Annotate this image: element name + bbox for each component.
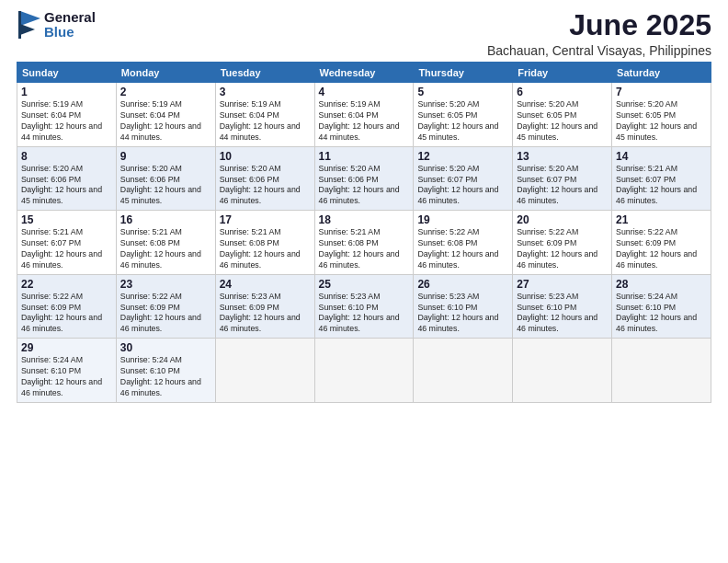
day-info: Sunrise: 5:20 AMSunset: 6:07 PMDaylight:…: [417, 164, 508, 208]
day-info: Sunrise: 5:19 AMSunset: 6:04 PMDaylight:…: [120, 99, 211, 144]
day-info: Sunrise: 5:19 AMSunset: 6:04 PMDaylight:…: [319, 99, 410, 144]
header-sunday: Sunday: [17, 63, 117, 83]
logo: General Blue: [17, 9, 96, 40]
day-info: Sunrise: 5:20 AMSunset: 6:05 PMDaylight:…: [517, 99, 608, 144]
table-row: 1Sunrise: 5:19 AMSunset: 6:04 PMDaylight…: [17, 83, 117, 147]
table-row: 22Sunrise: 5:22 AMSunset: 6:09 PMDayligh…: [17, 274, 117, 339]
day-info: Sunrise: 5:21 AMSunset: 6:08 PMDaylight:…: [120, 227, 211, 271]
day-number: 1: [21, 86, 112, 98]
table-row: 26Sunrise: 5:23 AMSunset: 6:10 PMDayligh…: [414, 274, 513, 339]
day-info: Sunrise: 5:20 AMSunset: 6:07 PMDaylight:…: [517, 164, 608, 208]
table-row: [314, 339, 414, 403]
table-row: 17Sunrise: 5:21 AMSunset: 6:08 PMDayligh…: [215, 211, 314, 275]
day-info: Sunrise: 5:19 AMSunset: 6:04 PMDaylight:…: [220, 99, 311, 144]
day-number: 26: [417, 278, 508, 291]
day-info: Sunrise: 5:22 AMSunset: 6:09 PMDaylight:…: [21, 292, 112, 336]
day-number: 30: [120, 341, 211, 354]
calendar-week-row: 29Sunrise: 5:24 AMSunset: 6:10 PMDayligh…: [17, 339, 711, 403]
day-info: Sunrise: 5:19 AMSunset: 6:04 PMDaylight:…: [21, 99, 112, 144]
day-number: 13: [517, 150, 608, 163]
day-info: Sunrise: 5:21 AMSunset: 6:07 PMDaylight:…: [21, 227, 112, 271]
day-number: 8: [21, 150, 112, 163]
header-thursday: Thursday: [414, 63, 513, 83]
day-number: 14: [616, 150, 707, 163]
table-row: 8Sunrise: 5:20 AMSunset: 6:06 PMDaylight…: [17, 146, 117, 211]
table-row: 7Sunrise: 5:20 AMSunset: 6:05 PMDaylight…: [612, 83, 711, 147]
day-info: Sunrise: 5:21 AMSunset: 6:08 PMDaylight:…: [220, 227, 311, 271]
day-info: Sunrise: 5:22 AMSunset: 6:09 PMDaylight:…: [517, 227, 608, 271]
table-row: 6Sunrise: 5:20 AMSunset: 6:05 PMDaylight…: [513, 83, 612, 147]
table-row: 5Sunrise: 5:20 AMSunset: 6:05 PMDaylight…: [414, 83, 513, 147]
table-row: 27Sunrise: 5:23 AMSunset: 6:10 PMDayligh…: [513, 274, 612, 339]
day-info: Sunrise: 5:22 AMSunset: 6:09 PMDaylight:…: [120, 292, 211, 336]
title-location: Bachauan, Central Visayas, Philippines: [487, 43, 711, 58]
day-info: Sunrise: 5:21 AMSunset: 6:07 PMDaylight:…: [616, 164, 707, 208]
day-number: 29: [21, 341, 112, 354]
calendar-table: Sunday Monday Tuesday Wednesday Thursday…: [17, 62, 711, 403]
table-row: 20Sunrise: 5:22 AMSunset: 6:09 PMDayligh…: [513, 211, 612, 275]
day-info: Sunrise: 5:23 AMSunset: 6:10 PMDaylight:…: [517, 292, 608, 336]
day-number: 24: [220, 278, 311, 291]
table-row: 16Sunrise: 5:21 AMSunset: 6:08 PMDayligh…: [116, 211, 215, 275]
day-number: 10: [220, 150, 311, 163]
day-number: 6: [517, 86, 608, 98]
calendar-header-row: Sunday Monday Tuesday Wednesday Thursday…: [17, 63, 711, 83]
day-number: 2: [120, 86, 211, 98]
table-row: 14Sunrise: 5:21 AMSunset: 6:07 PMDayligh…: [612, 146, 711, 211]
table-row: 9Sunrise: 5:20 AMSunset: 6:06 PMDaylight…: [116, 146, 215, 211]
day-info: Sunrise: 5:23 AMSunset: 6:10 PMDaylight:…: [319, 292, 410, 336]
header: General Blue June 2025 Bachauan, Central…: [17, 9, 711, 58]
table-row: [513, 339, 612, 403]
table-row: 4Sunrise: 5:19 AMSunset: 6:04 PMDaylight…: [314, 83, 414, 147]
calendar-week-row: 22Sunrise: 5:22 AMSunset: 6:09 PMDayligh…: [17, 274, 711, 339]
table-row: 10Sunrise: 5:20 AMSunset: 6:06 PMDayligh…: [215, 146, 314, 211]
day-info: Sunrise: 5:22 AMSunset: 6:08 PMDaylight:…: [417, 227, 508, 271]
day-number: 27: [517, 278, 608, 291]
day-number: 18: [319, 213, 410, 226]
page: General Blue June 2025 Bachauan, Central…: [0, 0, 728, 563]
day-number: 5: [417, 86, 508, 98]
day-number: 3: [220, 86, 311, 98]
day-info: Sunrise: 5:24 AMSunset: 6:10 PMDaylight:…: [21, 355, 112, 399]
day-number: 25: [319, 278, 410, 291]
day-info: Sunrise: 5:20 AMSunset: 6:05 PMDaylight:…: [616, 99, 707, 144]
table-row: 13Sunrise: 5:20 AMSunset: 6:07 PMDayligh…: [513, 146, 612, 211]
day-number: 17: [220, 213, 311, 226]
table-row: 24Sunrise: 5:23 AMSunset: 6:09 PMDayligh…: [215, 274, 314, 339]
table-row: 21Sunrise: 5:22 AMSunset: 6:09 PMDayligh…: [612, 211, 711, 275]
day-info: Sunrise: 5:20 AMSunset: 6:06 PMDaylight:…: [21, 164, 112, 208]
table-row: 19Sunrise: 5:22 AMSunset: 6:08 PMDayligh…: [414, 211, 513, 275]
header-tuesday: Tuesday: [215, 63, 314, 83]
logo-icon: [17, 9, 40, 40]
day-info: Sunrise: 5:20 AMSunset: 6:06 PMDaylight:…: [120, 164, 211, 208]
table-row: 11Sunrise: 5:20 AMSunset: 6:06 PMDayligh…: [314, 146, 414, 211]
day-info: Sunrise: 5:20 AMSunset: 6:06 PMDaylight:…: [319, 164, 410, 208]
day-info: Sunrise: 5:23 AMSunset: 6:10 PMDaylight:…: [417, 292, 508, 336]
table-row: 25Sunrise: 5:23 AMSunset: 6:10 PMDayligh…: [314, 274, 414, 339]
table-row: [215, 339, 314, 403]
header-saturday: Saturday: [612, 63, 711, 83]
table-row: 29Sunrise: 5:24 AMSunset: 6:10 PMDayligh…: [17, 339, 117, 403]
day-info: Sunrise: 5:20 AMSunset: 6:06 PMDaylight:…: [220, 164, 311, 208]
day-number: 9: [120, 150, 211, 163]
day-info: Sunrise: 5:22 AMSunset: 6:09 PMDaylight:…: [616, 227, 707, 271]
title-block: June 2025 Bachauan, Central Visayas, Phi…: [487, 9, 711, 58]
day-number: 4: [319, 86, 410, 98]
table-row: 23Sunrise: 5:22 AMSunset: 6:09 PMDayligh…: [116, 274, 215, 339]
day-info: Sunrise: 5:24 AMSunset: 6:10 PMDaylight:…: [616, 292, 707, 336]
day-number: 28: [616, 278, 707, 291]
calendar-week-row: 1Sunrise: 5:19 AMSunset: 6:04 PMDaylight…: [17, 83, 711, 147]
table-row: 3Sunrise: 5:19 AMSunset: 6:04 PMDaylight…: [215, 83, 314, 147]
day-number: 12: [417, 150, 508, 163]
table-row: 28Sunrise: 5:24 AMSunset: 6:10 PMDayligh…: [612, 274, 711, 339]
table-row: 30Sunrise: 5:24 AMSunset: 6:10 PMDayligh…: [116, 339, 215, 403]
table-row: 15Sunrise: 5:21 AMSunset: 6:07 PMDayligh…: [17, 211, 117, 275]
calendar-week-row: 8Sunrise: 5:20 AMSunset: 6:06 PMDaylight…: [17, 146, 711, 211]
day-number: 19: [417, 213, 508, 226]
day-info: Sunrise: 5:23 AMSunset: 6:09 PMDaylight:…: [220, 292, 311, 336]
table-row: 12Sunrise: 5:20 AMSunset: 6:07 PMDayligh…: [414, 146, 513, 211]
logo-blue: Blue: [44, 25, 96, 40]
day-info: Sunrise: 5:20 AMSunset: 6:05 PMDaylight:…: [417, 99, 508, 144]
day-number: 21: [616, 213, 707, 226]
table-row: [414, 339, 513, 403]
